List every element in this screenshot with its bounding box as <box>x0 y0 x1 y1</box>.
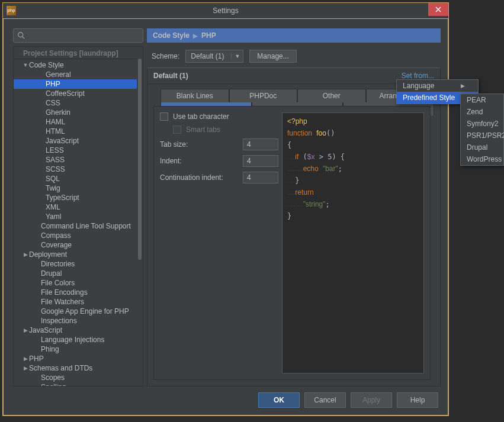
indent-input[interactable] <box>243 155 278 167</box>
indent-row: Indent: <box>160 155 278 167</box>
tree-item[interactable]: ▶Schemas and DTDs <box>14 363 137 373</box>
tab[interactable]: Other <box>297 89 366 102</box>
tree-item-label: Language Injections <box>41 336 104 344</box>
tree-item-label: Drupal <box>41 269 62 278</box>
predefined-style-submenu[interactable]: PEARZendSymfony2PSR1/PSR2DrupalWordPress <box>460 94 504 166</box>
tree-item[interactable]: LESS <box>14 146 137 155</box>
tree-item[interactable]: ▶JavaScript <box>14 326 137 335</box>
tree-item[interactable]: SCSS <box>14 165 137 174</box>
tree-arrow-icon: ▶ <box>22 365 29 371</box>
continuation-indent-input[interactable] <box>243 172 278 183</box>
tree-item[interactable]: General <box>14 70 137 79</box>
tree-item[interactable]: Drupal <box>14 269 137 278</box>
tree-item-label: Deployment <box>29 250 67 259</box>
tree-item[interactable]: ▶Deployment <box>14 250 137 259</box>
use-tab-character-row[interactable]: Use tab character <box>160 112 278 121</box>
tree-item[interactable]: HTML <box>14 127 137 136</box>
tree-item-label: File Watchers <box>41 298 84 306</box>
tree-item[interactable]: ▶PHP <box>14 354 137 363</box>
tree-item-label: PHP <box>29 355 44 363</box>
smart-tabs-row: Smart tabs <box>160 125 278 134</box>
tree-item-label: SQL <box>46 175 60 183</box>
tree-arrow-icon: ▼ <box>22 62 29 68</box>
breadcrumb: Code Style ▶ PHP <box>147 28 441 43</box>
tree-header: Project Settings [laundrapp] <box>14 48 137 59</box>
tree-item[interactable]: HAML <box>14 117 137 127</box>
tree-item[interactable]: File Watchers <box>14 297 137 307</box>
tree-item-label: Compass <box>41 231 71 240</box>
tree-item[interactable]: Scopes <box>14 373 137 382</box>
tree-scrollbar[interactable] <box>138 59 142 260</box>
titlebar: php Settings <box>3 3 448 18</box>
tree-item-label: Command Line Tool Support <box>41 222 131 230</box>
tree-item[interactable]: Spelling <box>14 382 137 386</box>
tree-item-label: Inspections <box>41 317 77 325</box>
scheme-label: Scheme: <box>152 52 179 60</box>
tree-item[interactable]: Gherkin <box>14 108 137 117</box>
submenu-arrow-icon: ▶ <box>461 83 465 89</box>
search-input[interactable] <box>13 28 143 43</box>
cancel-button[interactable]: Cancel <box>304 392 346 408</box>
tree-item[interactable]: JavaScript <box>14 136 137 146</box>
tree-item-label: JavaScript <box>46 137 79 145</box>
tree-item[interactable]: Directories <box>14 259 137 269</box>
code-style-panel: Default (1) Set from... Blank LinesPHPDo… <box>147 67 441 386</box>
menu-item[interactable]: WordPress <box>461 153 503 165</box>
manage-button[interactable]: Manage... <box>249 50 296 63</box>
tree-arrow-icon: ▶ <box>22 252 29 257</box>
menu-item[interactable]: Drupal <box>461 141 503 153</box>
tree-item[interactable]: PHP <box>14 79 137 89</box>
tab[interactable]: PHPDoc <box>229 89 298 102</box>
search-icon <box>17 31 25 40</box>
tree-item-label: General <box>46 70 71 79</box>
tree-item[interactable]: CSS <box>14 98 137 108</box>
tree-item-label: Coverage <box>41 241 72 249</box>
tree-item[interactable]: ▼Code Style <box>14 60 137 70</box>
tree-item[interactable]: TypeScript <box>14 193 137 202</box>
menu-item[interactable]: Zend <box>461 106 503 118</box>
help-button[interactable]: Help <box>397 392 438 408</box>
tree-item[interactable]: Command Line Tool Support <box>14 221 137 231</box>
tree-item-label: Gherkin <box>46 108 70 117</box>
tree-item-label: Schemas and DTDs <box>29 364 92 372</box>
menu-item[interactable]: PSR1/PSR2 <box>461 130 503 141</box>
tree-item[interactable]: Phing <box>14 344 137 354</box>
tree-item-label: HTML <box>46 127 65 136</box>
close-button[interactable] <box>428 3 448 16</box>
tree-item[interactable]: Twig <box>14 183 137 193</box>
tree-item[interactable]: Yaml <box>14 212 137 221</box>
code-preview: <?php function foo() { ....if ($x > 5) {… <box>282 112 424 373</box>
tree-item-label: JavaScript <box>29 326 62 334</box>
left-panel: Project Settings [laundrapp]▼Code StyleG… <box>13 28 143 386</box>
scheme-combo[interactable]: Default (1) ▼ <box>185 50 243 63</box>
dialog-body: Project Settings [laundrapp]▼Code StyleG… <box>4 19 448 415</box>
tree-item[interactable]: Google App Engine for PHP <box>14 307 137 316</box>
tree-arrow-icon: ▶ <box>22 356 29 362</box>
tab[interactable]: Blank Lines <box>160 89 229 102</box>
tree-item-label: CSS <box>46 99 60 107</box>
close-icon <box>435 7 441 12</box>
tree-item-label: Phing <box>41 345 59 353</box>
tab-size-row: Tab size: <box>160 138 278 150</box>
tree-item[interactable]: Inspections <box>14 316 137 326</box>
tree-item[interactable]: SQL <box>14 174 137 183</box>
ok-button[interactable]: OK <box>258 392 300 408</box>
menu-item[interactable]: PEAR <box>461 94 503 106</box>
menu-item[interactable]: Language▶ <box>397 80 478 92</box>
checkbox-icon[interactable] <box>160 112 168 121</box>
tree-item-label: File Colors <box>41 279 75 287</box>
tree-item[interactable]: Coverage <box>14 240 137 250</box>
set-from-link[interactable]: Set from... <box>402 72 434 80</box>
tree-item-label: PHP <box>46 80 60 88</box>
tree-item[interactable]: File Colors <box>14 278 137 288</box>
tree-item-label: Code Style <box>29 61 64 69</box>
tree-item[interactable]: CoffeeScript <box>14 89 137 98</box>
menu-item[interactable]: Symfony2 <box>461 118 503 130</box>
tree-item[interactable]: Compass <box>14 231 137 240</box>
tab-size-input[interactable] <box>243 138 278 150</box>
breadcrumb-parent[interactable]: Code Style <box>153 31 190 40</box>
tree-item[interactable]: File Encodings <box>14 288 137 297</box>
tree-item[interactable]: XML <box>14 202 137 212</box>
tree-item[interactable]: SASS <box>14 155 137 165</box>
tree-item[interactable]: Language Injections <box>14 335 137 344</box>
